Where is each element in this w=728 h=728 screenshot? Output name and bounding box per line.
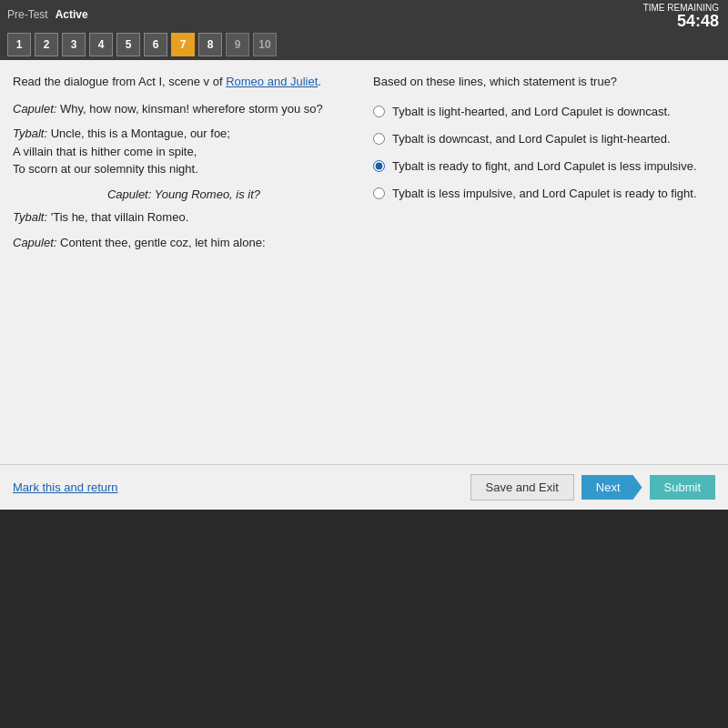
pretest-label: Pre-Test bbox=[7, 8, 48, 21]
capulet-centered: Capulet: Young Romeo, is it? bbox=[13, 186, 355, 204]
nav-btn-10: 10 bbox=[253, 33, 277, 56]
option-3[interactable]: Tybalt is ready to fight, and Lord Capul… bbox=[373, 158, 715, 175]
time-remaining: TIME REMAINING 54:48 bbox=[643, 2, 719, 29]
dark-bottom-area bbox=[0, 510, 728, 728]
right-panel: Based on these lines, which statement is… bbox=[373, 73, 715, 464]
submit-button[interactable]: Submit bbox=[650, 475, 715, 500]
nav-btn-9: 9 bbox=[226, 33, 249, 56]
tybalt-line-1: Tybalt: Uncle, this is a Montague, our f… bbox=[13, 125, 355, 178]
tybalt-line-2: Tybalt: 'Tis he, that villain Romeo. bbox=[13, 208, 355, 227]
speaker-capulet-1: Capulet: bbox=[13, 102, 56, 116]
time-value: 54:48 bbox=[643, 13, 719, 29]
left-panel: Read the dialogue from Act I, scene v of… bbox=[13, 73, 355, 464]
option-4[interactable]: Tybalt is less impulsive, and Lord Capul… bbox=[373, 186, 715, 202]
option-3-label: Tybalt is ready to fight, and Lord Capul… bbox=[392, 158, 697, 175]
radio-opt2[interactable] bbox=[373, 133, 385, 145]
option-1[interactable]: Tybalt is light-hearted, and Lord Capule… bbox=[373, 104, 715, 120]
nav-btn-7[interactable]: 7 bbox=[171, 33, 195, 56]
speaker-capulet-2: Capulet: bbox=[13, 236, 56, 249]
passage-link[interactable]: Romeo and Juliet bbox=[226, 75, 318, 88]
footer-bar: Mark this and return Save and Exit Next … bbox=[0, 464, 728, 510]
option-2[interactable]: Tybalt is downcast, and Lord Capulet is … bbox=[373, 131, 715, 147]
option-4-label: Tybalt is less impulsive, and Lord Capul… bbox=[392, 186, 697, 202]
tybalt-text-2: 'Tis he, that villain Romeo. bbox=[51, 210, 189, 224]
nav-btn-2[interactable]: 2 bbox=[35, 33, 58, 56]
radio-opt3[interactable] bbox=[373, 160, 385, 172]
save-exit-button[interactable]: Save and Exit bbox=[470, 474, 574, 500]
option-1-label: Tybalt is light-hearted, and Lord Capule… bbox=[392, 104, 671, 120]
next-button[interactable]: Next bbox=[581, 475, 642, 500]
mark-return-link[interactable]: Mark this and return bbox=[13, 480, 118, 494]
content-area: Read the dialogue from Act I, scene v of… bbox=[0, 60, 728, 510]
radio-opt4[interactable] bbox=[373, 187, 385, 199]
question-nav-bar: 1 2 3 4 5 6 7 8 9 10 bbox=[0, 29, 728, 60]
top-bar: Pre-Test Active TIME REMAINING 54:48 bbox=[0, 0, 728, 29]
period: . bbox=[318, 75, 321, 88]
option-2-label: Tybalt is downcast, and Lord Capulet is … bbox=[392, 131, 671, 147]
nav-btn-8[interactable]: 8 bbox=[198, 33, 222, 56]
passage-intro-text: Read the dialogue from Act I, scene v of bbox=[13, 75, 223, 88]
radio-opt1[interactable] bbox=[373, 106, 385, 117]
question-body: Read the dialogue from Act I, scene v of… bbox=[0, 60, 728, 464]
speaker-tybalt-2: Tybalt: bbox=[13, 210, 47, 224]
capulet-centered-text: Capulet: Young Romeo, is it? bbox=[107, 187, 260, 201]
speaker-tybalt-1: Tybalt: bbox=[13, 126, 47, 140]
footer-buttons: Save and Exit Next Submit bbox=[470, 474, 715, 500]
capulet-text-1: Why, how now, kinsman! wherefore storm y… bbox=[60, 102, 323, 116]
capulet-text-2: Content thee, gentle coz, let him alone: bbox=[60, 236, 265, 249]
question-text: Based on these lines, which statement is… bbox=[373, 73, 715, 91]
active-label: Active bbox=[56, 8, 88, 21]
nav-btn-6[interactable]: 6 bbox=[144, 33, 167, 56]
nav-btn-5[interactable]: 5 bbox=[116, 33, 140, 56]
capulet-line-2: Capulet: Content thee, gentle coz, let h… bbox=[13, 234, 355, 252]
passage-intro: Read the dialogue from Act I, scene v of… bbox=[13, 73, 355, 91]
nav-btn-3[interactable]: 3 bbox=[62, 33, 86, 56]
capulet-line-1: Capulet: Why, how now, kinsman! wherefor… bbox=[13, 100, 355, 118]
nav-btn-1[interactable]: 1 bbox=[7, 33, 31, 56]
nav-btn-4[interactable]: 4 bbox=[89, 33, 113, 56]
